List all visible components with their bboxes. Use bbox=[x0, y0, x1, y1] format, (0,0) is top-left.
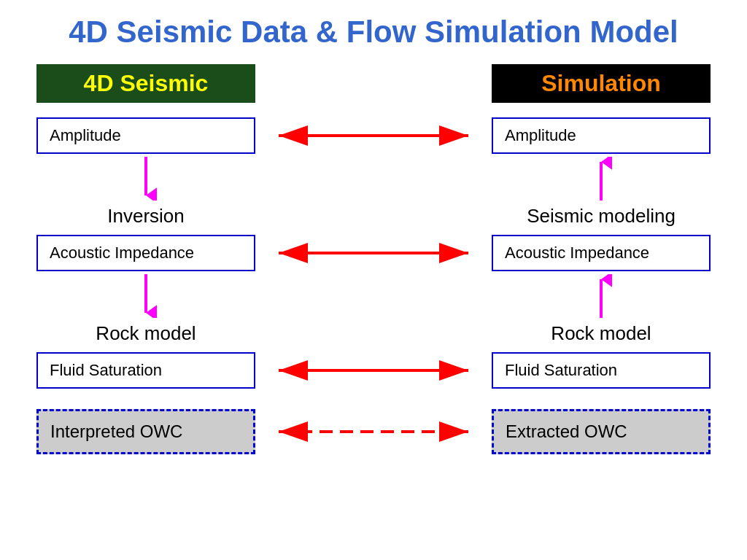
right-label-text: Seismic modeling bbox=[527, 157, 676, 232]
fluid-saturation-row: Fluid Saturation Fluid Saturation bbox=[22, 352, 725, 389]
page: 4D Seismic Data & Flow Simulation Model … bbox=[0, 0, 747, 560]
left-rock-label: Rock model bbox=[36, 274, 255, 349]
owc-arrow-container bbox=[255, 421, 492, 443]
right-amplitude-box: Amplitude bbox=[492, 117, 711, 154]
left-label-text: Inversion bbox=[107, 157, 185, 232]
left-column-header: 4D Seismic bbox=[36, 64, 255, 103]
extracted-owc-box: Extracted OWC bbox=[492, 409, 711, 454]
right-column-header: Simulation bbox=[492, 64, 711, 103]
right-fluid-box: Fluid Saturation bbox=[492, 352, 711, 389]
acoustic-arrow-container bbox=[255, 242, 492, 264]
interpreted-owc-box: Interpreted OWC bbox=[36, 409, 255, 454]
left-fluid-box: Fluid Saturation bbox=[36, 352, 255, 389]
fluid-double-arrow bbox=[271, 359, 476, 381]
fluid-arrow-container bbox=[255, 359, 492, 381]
header-row: 4D Seismic Simulation bbox=[22, 64, 725, 103]
inversion-label-row: Inversion Seismic modeling bbox=[22, 157, 725, 232]
right-label-section: Seismic modeling bbox=[492, 157, 711, 232]
spacer-1 bbox=[22, 389, 725, 409]
amplitude-row: Amplitude Amplitude bbox=[22, 117, 725, 154]
down-arrow-2 bbox=[135, 274, 157, 318]
up-arrow-2 bbox=[590, 274, 612, 318]
right-rock-label: Rock model bbox=[492, 274, 711, 349]
left-acoustic-box: Acoustic Impedance bbox=[36, 235, 255, 271]
acoustic-double-arrow bbox=[271, 242, 476, 264]
right-acoustic-box: Acoustic Impedance bbox=[492, 235, 711, 271]
down-arrow-1 bbox=[135, 157, 157, 201]
left-amplitude-box: Amplitude bbox=[36, 117, 255, 154]
amplitude-arrow-container bbox=[255, 125, 492, 147]
amplitude-double-arrow bbox=[271, 125, 476, 147]
page-title: 4D Seismic Data & Flow Simulation Model bbox=[22, 15, 725, 50]
rock-model-label-row: Rock model Rock model bbox=[22, 274, 725, 349]
owc-row: Interpreted OWC Extracted OWC bbox=[22, 409, 725, 454]
acoustic-impedance-row: Acoustic Impedance Acoustic Impedance bbox=[22, 235, 725, 271]
up-arrow-1 bbox=[590, 157, 612, 201]
left-label-section: Inversion bbox=[36, 157, 255, 232]
owc-dashed-double-arrow bbox=[271, 421, 476, 443]
